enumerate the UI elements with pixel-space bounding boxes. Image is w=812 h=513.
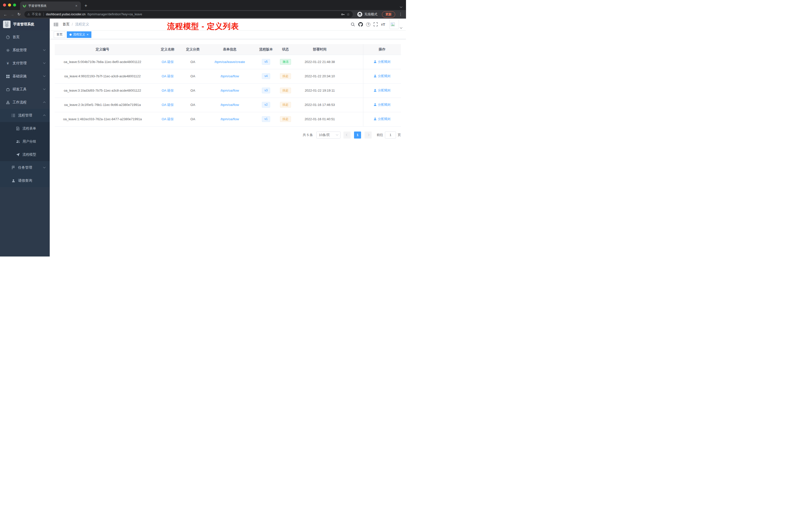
sidebar-item-system-mgmt[interactable]: 系统管理 xyxy=(0,44,50,57)
definition-id: oa_leave:1:482ec033-762a-11ec-8477-a2380… xyxy=(55,112,150,126)
filler-cell xyxy=(342,83,363,98)
definition-name-link[interactable]: OA 请假 xyxy=(162,117,174,121)
user-icon xyxy=(374,74,377,78)
sidebar-item-user-group[interactable]: 用户分组 xyxy=(0,135,50,148)
document-icon xyxy=(16,127,20,130)
traffic-lights xyxy=(0,0,20,10)
pagination-total: 共 5 条 xyxy=(303,133,313,137)
browser-tab[interactable]: 芋道管理系统 × xyxy=(20,1,81,10)
breadcrumb-home[interactable]: 首页 xyxy=(62,22,69,27)
user-icon xyxy=(11,179,16,182)
form-link[interactable]: /bpm/oa/flow xyxy=(221,103,239,107)
app-logo[interactable]: 芋道管理系统 xyxy=(0,19,50,30)
fullscreen-icon[interactable] xyxy=(374,22,378,26)
col-process-version: 流程版本 xyxy=(259,44,273,55)
security-warning-icon: ⚠ xyxy=(27,12,30,16)
assign-rule-link[interactable]: 分配规则 xyxy=(374,74,390,78)
paper-plane-icon xyxy=(16,153,20,156)
definition-name-link[interactable]: OA 请假 xyxy=(162,60,174,64)
next-page-button[interactable] xyxy=(365,131,372,139)
help-icon[interactable]: ? xyxy=(366,22,370,27)
current-page-button[interactable]: 1 xyxy=(354,131,361,139)
assign-rule-link[interactable]: 分配规则 xyxy=(374,60,390,64)
assign-rule-link[interactable]: 分配规则 xyxy=(374,117,390,121)
sidebar-fold-icon[interactable] xyxy=(54,22,58,27)
annotation-title: 流程模型 - 定义列表 xyxy=(167,21,239,32)
tag-process-definition[interactable]: 流程定义 × xyxy=(67,31,91,38)
version-badge: v5 xyxy=(262,59,270,64)
tag-close-icon[interactable]: × xyxy=(87,33,89,36)
sidebar-item-process-form[interactable]: 流程表单 xyxy=(0,122,50,135)
form-link[interactable]: /bpm/oa/leave/create xyxy=(214,60,245,64)
pagination: 共 5 条 10条/页 1 前往 页 xyxy=(55,131,401,139)
status-badge: 挂起 xyxy=(280,116,291,122)
tab-close-icon[interactable]: × xyxy=(74,4,78,8)
form-link[interactable]: /bpm/oa/flow xyxy=(221,89,239,92)
minimize-window-button[interactable] xyxy=(8,3,11,6)
tab-search-chevron-icon[interactable] xyxy=(400,5,403,8)
close-window-button[interactable] xyxy=(3,3,6,6)
prev-page-button[interactable] xyxy=(344,131,350,139)
avatar xyxy=(389,20,399,29)
col-actions: 操作 xyxy=(363,44,401,55)
user-menu[interactable] xyxy=(389,20,402,29)
search-icon[interactable] xyxy=(351,22,355,27)
version-badge: v1 xyxy=(262,116,270,122)
goto-page-input[interactable] xyxy=(385,131,396,139)
assign-rule-link[interactable]: 分配规则 xyxy=(374,103,390,107)
font-size-icon[interactable]: тT xyxy=(381,22,385,27)
breadcrumb-current: 流程定义 xyxy=(75,22,89,27)
page-size-select[interactable]: 10条/页 xyxy=(316,131,341,139)
sidebar-item-infrastructure[interactable]: 基础设施 xyxy=(0,70,50,83)
sidebar-item-workflow[interactable]: 工作流程 xyxy=(0,96,50,109)
status-badge: 挂起 xyxy=(280,88,291,93)
browser-toolbar: ← → ↻ ⚠ 不安全 dashboard.yudao.iocoder.cn/b… xyxy=(0,10,406,19)
forward-button[interactable]: → xyxy=(9,11,16,18)
version-badge: v2 xyxy=(262,102,270,108)
bookmark-star-icon[interactable]: ☆ xyxy=(347,12,350,16)
table-row: oa_leave:3:1fad3d93-7b75-11ec-a3c8-acde4… xyxy=(55,83,401,98)
sidebar-item-leave-query[interactable]: 请假查询 xyxy=(0,174,50,187)
col-form-info: 表单信息 xyxy=(201,44,259,55)
password-key-icon[interactable] xyxy=(341,12,345,16)
new-tab-button[interactable]: + xyxy=(82,2,89,9)
tab-title: 芋道管理系统 xyxy=(28,4,72,8)
maximize-window-button[interactable] xyxy=(13,3,16,6)
address-divider xyxy=(44,12,44,16)
col-filler xyxy=(342,44,363,55)
sidebar-item-process-model[interactable]: 流程模型 xyxy=(0,148,50,161)
deploy-time: 2022-01-22 20:34:10 xyxy=(298,69,342,83)
filler-cell xyxy=(342,112,363,126)
chevron-down-icon xyxy=(336,133,339,135)
sidebar-item-process-mgmt[interactable]: 流程管理 xyxy=(0,109,50,122)
chevron-left-icon xyxy=(346,134,348,136)
back-button[interactable]: ← xyxy=(2,11,9,18)
sidebar-item-payment-mgmt[interactable]: ¥ 支付管理 xyxy=(0,57,50,70)
sitemap-icon xyxy=(5,101,10,104)
chevron-right-icon xyxy=(367,134,369,136)
sidebar-item-task-mgmt[interactable]: 任务管理 xyxy=(0,161,50,174)
address-bar[interactable]: ⚠ 不安全 dashboard.yudao.iocoder.cn/bpm/man… xyxy=(24,11,353,18)
definition-name-link[interactable]: OA 请假 xyxy=(162,89,174,92)
update-button[interactable]: 更新 xyxy=(382,11,395,18)
flag-icon xyxy=(11,166,16,170)
table-row: oa_leave:4:991f2193-7b7f-11ec-a3c8-acde4… xyxy=(55,69,401,83)
tag-home[interactable]: 首页 xyxy=(54,31,65,38)
reload-button[interactable]: ↻ xyxy=(16,11,22,18)
main-area: 首页 / 流程定义 ? тT xyxy=(50,19,406,256)
browser-menu-icon[interactable]: ⋮ xyxy=(399,12,403,17)
definition-category: OA xyxy=(185,69,201,83)
definition-name-link[interactable]: OA 请假 xyxy=(162,103,174,107)
status-badge: 挂起 xyxy=(280,102,291,108)
definition-name-link[interactable]: OA 请假 xyxy=(162,74,174,78)
definition-id: oa_leave:4:991f2193-7b7f-11ec-a3c8-acde4… xyxy=(55,69,150,83)
filler-cell xyxy=(342,69,363,83)
assign-rule-link[interactable]: 分配规则 xyxy=(374,88,390,93)
sidebar-item-home[interactable]: 首页 xyxy=(0,31,50,44)
form-link[interactable]: /bpm/oa/flow xyxy=(221,117,239,121)
form-link[interactable]: /bpm/oa/flow xyxy=(221,74,239,78)
sidebar-item-dev-tools[interactable]: 研发工具 xyxy=(0,83,50,96)
github-icon[interactable] xyxy=(358,22,363,27)
sidebar-menu: 首页 系统管理 ¥ 支付管理 基础设施 研发工具 xyxy=(0,30,50,187)
definition-id: oa_leave:5:004b710b-7b8a-11ec-8ef0-acde4… xyxy=(55,55,150,69)
